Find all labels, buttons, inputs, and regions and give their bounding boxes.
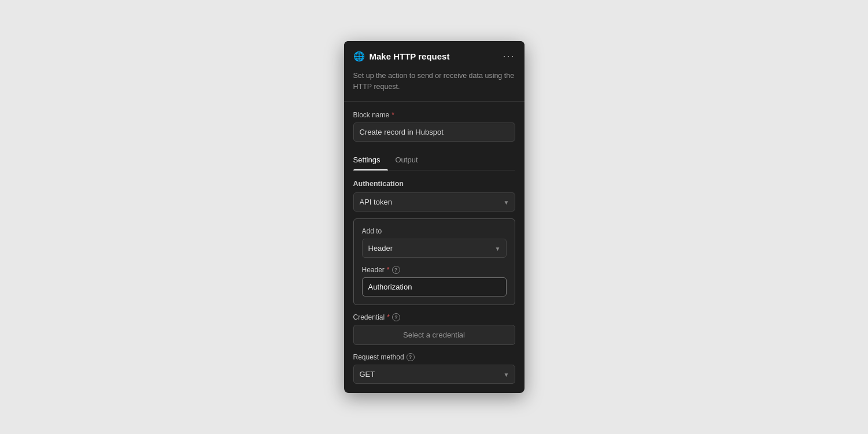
block-name-label: Block name * [353, 111, 515, 119]
header-value-input[interactable] [362, 277, 507, 296]
request-method-label: Request method ? [353, 353, 515, 361]
block-name-required-star: * [391, 111, 394, 119]
panel-body: Block name * Settings Output Authenticat… [344, 102, 525, 393]
authentication-select[interactable]: API token Basic auth OAuth2 None [353, 192, 515, 212]
globe-icon: 🌐 [353, 51, 365, 62]
tab-settings[interactable]: Settings [353, 151, 389, 170]
request-method-select[interactable]: GET POST PUT PATCH DELETE [353, 365, 515, 384]
select-credential-button[interactable]: Select a credential [353, 325, 515, 345]
settings-tabs: Settings Output [353, 151, 515, 170]
request-method-help-icon[interactable]: ? [407, 353, 415, 361]
header-help-icon[interactable]: ? [392, 266, 400, 274]
panel-header-left: 🌐 Make HTTP request [353, 51, 450, 62]
panel-description: Set up the action to send or receive dat… [344, 71, 525, 102]
block-name-input[interactable] [353, 123, 515, 142]
tab-output[interactable]: Output [395, 151, 426, 170]
header-field-container: Header * ? [362, 266, 507, 296]
api-token-config-box: Add to Header Query param Body ▼ Header … [353, 218, 515, 305]
panel-title: Make HTTP request [370, 51, 450, 61]
more-options-icon[interactable]: ··· [503, 50, 515, 62]
header-required-star: * [387, 266, 390, 274]
add-to-label: Add to [362, 227, 507, 235]
make-http-request-panel: 🌐 Make HTTP request ··· Set up the actio… [344, 41, 525, 394]
add-to-select[interactable]: Header Query param Body [362, 239, 507, 258]
header-field-label: Header * ? [362, 266, 507, 274]
credential-required-star: * [387, 313, 390, 321]
credential-label: Credential * ? [353, 313, 515, 321]
authentication-select-wrapper: API token Basic auth OAuth2 None ▼ [353, 192, 515, 212]
panel-header: 🌐 Make HTTP request ··· [344, 41, 525, 71]
authentication-label: Authentication [353, 180, 515, 188]
credential-help-icon[interactable]: ? [392, 313, 400, 321]
add-to-select-wrapper: Header Query param Body ▼ [362, 239, 507, 258]
request-method-select-wrapper: GET POST PUT PATCH DELETE ▼ [353, 365, 515, 384]
